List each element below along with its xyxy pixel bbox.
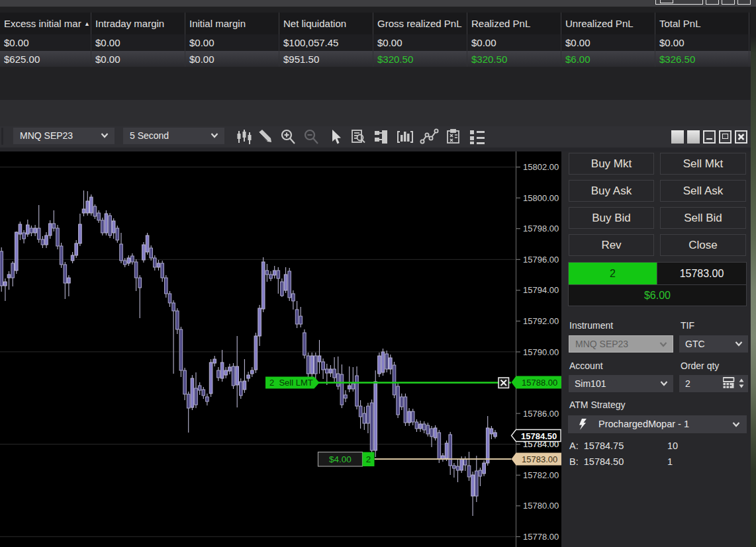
svg-text:15783.00: 15783.00 (522, 454, 557, 464)
svg-text:15786.00: 15786.00 (523, 409, 559, 419)
svg-text:15782.00: 15782.00 (523, 470, 559, 480)
svg-text:15780.00: 15780.00 (523, 501, 559, 511)
svg-text:15788.00: 15788.00 (522, 378, 557, 388)
svg-text:15784.50: 15784.50 (521, 431, 557, 441)
svg-text:15792.00: 15792.00 (523, 316, 559, 326)
svg-text:15790.00: 15790.00 (523, 347, 559, 357)
svg-text:2: 2 (366, 454, 371, 464)
svg-text:15802.00: 15802.00 (523, 162, 559, 172)
svg-text:15778.00: 15778.00 (523, 532, 559, 542)
svg-text:15794.00: 15794.00 (523, 285, 559, 295)
svg-text:15796.00: 15796.00 (523, 255, 559, 265)
svg-text:15800.00: 15800.00 (523, 193, 559, 203)
svg-text:$4.00: $4.00 (329, 454, 352, 464)
svg-text:2 Sell LMT: 2 Sell LMT (269, 378, 313, 388)
svg-text:15798.00: 15798.00 (523, 224, 559, 233)
